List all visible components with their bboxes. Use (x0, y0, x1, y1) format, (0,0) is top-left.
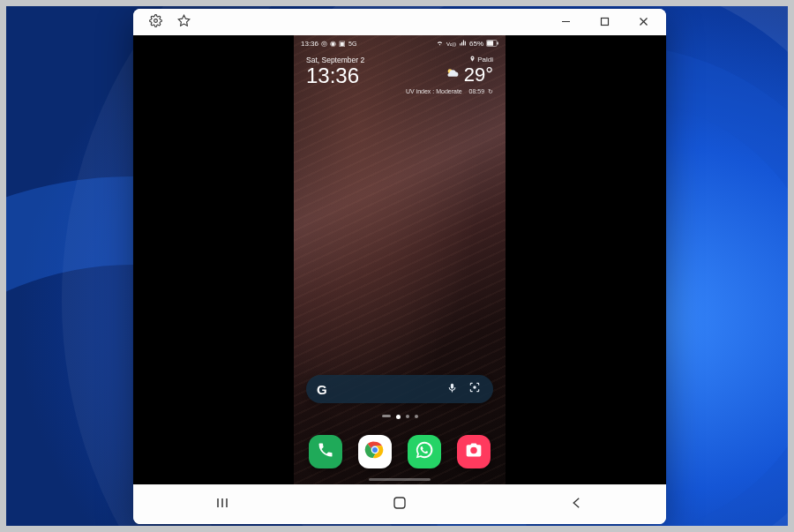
svg-point-10 (473, 386, 476, 389)
page-indicator-dot (396, 415, 401, 419)
signal-icon (459, 39, 467, 49)
svg-rect-8 (487, 41, 493, 45)
widget-date: Sat, September 2 (306, 56, 364, 64)
svg-rect-3 (601, 19, 608, 26)
volte-icon: Vo)) (446, 41, 456, 47)
refresh-icon: ↻ (488, 88, 493, 94)
mirroring-app-window: 13:36 ◎ ◉ ▣ 5G Vo)) 65% (133, 9, 666, 524)
gear-icon (149, 14, 162, 31)
phone-dock (294, 435, 506, 468)
uv-index-label: UV index : Moderate (406, 88, 462, 94)
nav-back-button[interactable] (489, 485, 666, 524)
page-indicator-panel (382, 415, 391, 417)
app-whatsapp[interactable] (408, 435, 441, 468)
maximize-icon (600, 14, 610, 30)
favorite-button[interactable] (170, 11, 197, 34)
google-search-bar[interactable]: G (306, 375, 493, 403)
star-icon (177, 14, 191, 31)
svg-rect-17 (394, 498, 405, 508)
app-camera[interactable] (457, 435, 491, 468)
mirror-nav-bar (133, 484, 666, 524)
camera-icon (465, 441, 483, 462)
app-phone[interactable] (309, 435, 342, 468)
instagram-icon: ◎ (321, 40, 327, 48)
minimize-button[interactable] (546, 9, 585, 35)
minimize-icon (561, 14, 571, 30)
microphone-icon (446, 381, 458, 397)
weather-icon (445, 65, 461, 85)
nav-recents-button[interactable] (133, 485, 311, 524)
page-indicator-dot (406, 415, 409, 418)
nav-home-button[interactable] (311, 485, 488, 524)
signal-5g-icon: 5G (348, 41, 356, 47)
widget-time: 13:36 (306, 64, 364, 87)
phone-status-bar[interactable]: 13:36 ◎ ◉ ▣ 5G Vo)) 65% (294, 35, 506, 50)
maximize-button[interactable] (585, 9, 624, 35)
whatsapp-icon (415, 440, 434, 463)
status-time: 13:36 (301, 40, 318, 48)
location-pin-icon (469, 56, 476, 64)
chrome-icon (363, 438, 387, 466)
svg-point-0 (154, 19, 157, 22)
image-icon: ▣ (339, 40, 346, 48)
gesture-handle[interactable] (369, 478, 431, 481)
page-indicator[interactable] (294, 415, 506, 419)
widget-location: Paldi (477, 56, 493, 64)
widget-temperature: 29° (464, 64, 493, 86)
clock-weather-widget[interactable]: Sat, September 2 13:36 Paldi (294, 50, 506, 95)
svg-rect-7 (497, 41, 498, 44)
close-button[interactable] (624, 9, 663, 35)
battery-icon (486, 40, 498, 49)
wifi-icon (436, 39, 444, 49)
lens-icon (468, 381, 481, 397)
svg-marker-1 (178, 15, 190, 26)
google-logo: G (317, 382, 327, 397)
desktop-wallpaper: 13:36 ◎ ◉ ▣ 5G Vo)) 65% (0, 0, 794, 532)
back-icon (569, 495, 585, 514)
phone-mirror-viewport: 13:36 ◎ ◉ ▣ 5G Vo)) 65% (133, 35, 666, 484)
close-icon (639, 14, 648, 30)
recents-icon (213, 494, 231, 515)
phone-icon (317, 441, 334, 462)
lens-search-button[interactable] (467, 381, 483, 397)
battery-text: 65% (469, 40, 483, 48)
home-icon (392, 495, 408, 514)
window-titlebar[interactable] (133, 9, 666, 35)
voice-search-button[interactable] (444, 381, 460, 397)
camera-small-icon: ◉ (330, 40, 336, 48)
settings-button[interactable] (142, 11, 169, 34)
app-chrome[interactable] (358, 435, 392, 468)
page-indicator-dot (415, 415, 418, 418)
phone-home-screen[interactable]: 13:36 ◎ ◉ ▣ 5G Vo)) 65% (294, 35, 506, 484)
uv-time: 08:59 (469, 88, 485, 94)
